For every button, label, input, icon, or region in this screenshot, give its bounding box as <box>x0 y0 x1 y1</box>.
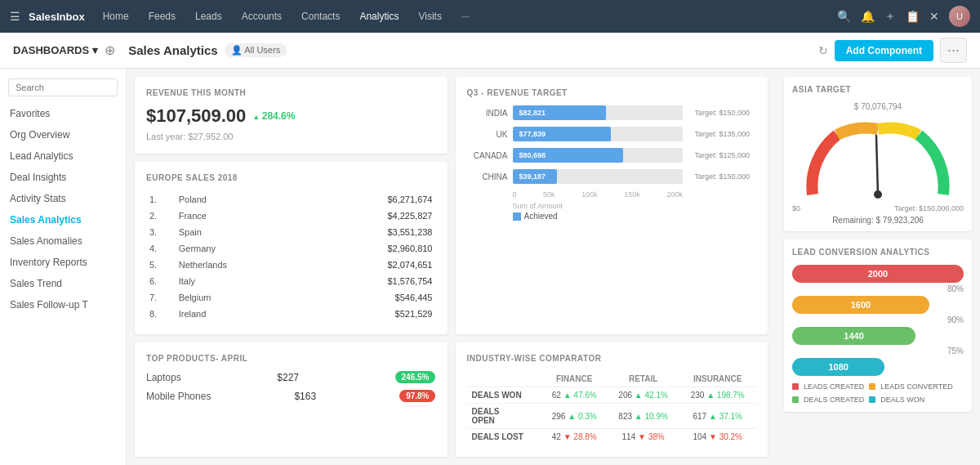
table-row: 5.Netherlands$2,074,651 <box>148 257 434 272</box>
bar-row-canada: CANADA $80,698 Target: $125,000 <box>467 148 684 163</box>
table-row: 6.Italy$1,576,754 <box>148 274 434 288</box>
more-options-btn[interactable]: ··· <box>940 38 967 63</box>
legend-leads-converted-color <box>869 383 875 390</box>
achieved-legend-color <box>513 212 521 221</box>
users-badge: 👤 All Users <box>225 43 287 57</box>
top-products-card-title: TOP PRODUCTS- APRIL <box>146 354 436 363</box>
page-title: Sales Analytics <box>128 43 218 57</box>
q3-axis: 050k100k150k200k <box>467 190 757 199</box>
bar-row-china: CHINA $39,187 Target: $150,000 <box>467 169 684 184</box>
legend-deals-created-color <box>792 396 799 403</box>
main-layout: Favorites Org Overview Lead Analytics De… <box>0 69 980 465</box>
product-badge-mobile: 97.8% <box>399 390 435 402</box>
lead-conversion-card: LEAD CONVERSION ANALYTICS 2000 80% 1600 … <box>784 239 972 412</box>
industry-table-header: FINANCE RETAIL INSURANCE <box>467 371 757 387</box>
gauge-labels: $0 Target: $150,000,000 <box>792 204 964 212</box>
lead-bar-row-4: 1080 <box>792 358 964 376</box>
bar-row-india: INDIA $82,821 Target: $150,000 <box>467 105 684 120</box>
nav-item-analytics[interactable]: Analytics <box>351 7 407 25</box>
subheader-actions: ↻ Add Component ··· <box>818 38 967 63</box>
europe-card: EUROPE SALES 2018 1.Poland$6,271,674 2.F… <box>135 162 448 335</box>
product-row-mobile: Mobile Phones $163 97.8% <box>146 390 436 402</box>
right-panel: ASIA TARGET $ 70,076,794 <box>776 69 980 465</box>
lead-bar-row-3: 1440 75% <box>792 327 964 355</box>
lead-legend: LEADS CREATED LEADS CONVERTED DEALS CREA… <box>792 382 964 404</box>
users-badge-icon: 👤 <box>231 45 244 55</box>
nav-item-feeds[interactable]: Feeds <box>140 7 184 25</box>
revenue-last-year: Last year: $27,952.00 <box>146 132 436 141</box>
subheader: DASHBOARDS ▾ ⊕ Sales Analytics 👤 All Use… <box>0 33 980 69</box>
gauge-remaining: Remaining: $ 79,923,206 <box>832 216 924 225</box>
notification-icon[interactable]: 🔔 <box>861 10 875 23</box>
nav-item-home[interactable]: Home <box>95 7 137 25</box>
industry-table: FINANCE RETAIL INSURANCE DEALS WON 62 ▲ … <box>467 371 757 445</box>
q3-bars: INDIA $82,821 Target: $150,000 UK $77,83… <box>467 105 757 184</box>
nav-item-more[interactable]: ··· <box>453 7 478 25</box>
svg-point-1 <box>874 190 882 199</box>
nav-item-visits[interactable]: Visits <box>410 7 449 25</box>
revenue-card-title: REVENUE THIS MONTH <box>146 88 436 97</box>
sidebar-item-inventory-reports[interactable]: Inventory Reports <box>0 252 126 273</box>
product-badge-laptops: 246.5% <box>395 371 436 383</box>
plus-icon[interactable]: ＋ <box>884 9 896 24</box>
svg-line-0 <box>876 136 878 194</box>
bar-row-uk: UK $77,839 Target: $135,000 <box>467 127 684 141</box>
top-products-card: TOP PRODUCTS- APRIL Laptops $227 246.5% … <box>135 342 448 457</box>
nav-icons: 🔍 🔔 ＋ 📋 ✕ U <box>837 6 970 27</box>
sidebar-item-sales-followup[interactable]: Sales Follow-up T <box>0 294 126 315</box>
sidebar-item-lead-analytics[interactable]: Lead Analytics <box>0 145 126 167</box>
table-row: 8.Ireland$521,529 <box>148 306 434 321</box>
table-row: DEALS LOST 42 ▼ 28.8% 114 ▼ 38% 104 ▼ 30… <box>467 429 757 445</box>
search-input[interactable] <box>8 78 118 96</box>
content-area: REVENUE THIS MONTH $107,509.00 284.6% La… <box>127 69 776 465</box>
table-row: 4.Germany$2,960,810 <box>148 241 434 256</box>
q3-card-title: Q3 - REVENUE TARGET <box>467 88 757 97</box>
revenue-amount: $107,509.00 284.6% <box>146 105 436 127</box>
legend-leads-created-color <box>792 383 799 390</box>
q3-card: Q3 - REVENUE TARGET INDIA $82,821 Target… <box>456 77 768 334</box>
asia-gauge-top-value: $ 70,076,794 <box>792 102 964 111</box>
chevron-down-icon: ▾ <box>92 44 98 56</box>
table-row: 1.Poland$6,271,674 <box>148 192 434 207</box>
industry-card: INDUSTRY-WISE COMPARATOR FINANCE RETAIL … <box>456 342 768 457</box>
add-dashboard-btn[interactable]: ⊕ <box>105 42 115 58</box>
revenue-change: 284.6% <box>252 110 295 122</box>
lead-conv-title: LEAD CONVERSION ANALYTICS <box>792 248 964 257</box>
q3-legend: Sum of Amount <box>467 202 757 210</box>
add-component-button[interactable]: Add Component <box>835 40 933 61</box>
europe-table: 1.Poland$6,271,674 2.France$4,225,827 3.… <box>146 190 436 323</box>
sidebar-item-favorites[interactable]: Favorites <box>0 103 126 124</box>
compose-icon[interactable]: 📋 <box>906 10 920 23</box>
search-nav-icon[interactable]: 🔍 <box>837 10 851 23</box>
brand-label: SalesInbox <box>29 11 85 23</box>
table-row: 2.France$4,225,827 <box>148 208 434 223</box>
nav-item-accounts[interactable]: Accounts <box>234 7 290 25</box>
europe-card-title: EUROPE SALES 2018 <box>146 173 436 182</box>
lead-bar-row-1: 2000 80% <box>792 265 964 293</box>
legend-deals-won-color <box>869 396 875 403</box>
sidebar-item-activity-stats[interactable]: Activity Stats <box>0 188 126 209</box>
nav-item-contacts[interactable]: Contacts <box>293 7 348 25</box>
sidebar-item-sales-anomalies[interactable]: Sales Anomalies <box>0 230 126 252</box>
nav-item-leads[interactable]: Leads <box>187 7 230 25</box>
sidebar-item-sales-trend[interactable]: Sales Trend <box>0 273 126 294</box>
sidebar-item-sales-analytics[interactable]: Sales Analytics <box>0 209 126 230</box>
q3-achieved-legend: Achieved <box>467 212 757 221</box>
settings-icon[interactable]: ✕ <box>929 10 939 23</box>
product-row-laptops: Laptops $227 246.5% <box>146 371 436 383</box>
gauge-container: $0 Target: $150,000,000 Remaining: $ 79,… <box>792 113 964 225</box>
table-row: DEALS WON 62 ▲ 47.6% 206 ▲ 42.1% 230 ▲ 1… <box>467 387 757 404</box>
avatar[interactable]: U <box>949 6 970 27</box>
sidebar: Favorites Org Overview Lead Analytics De… <box>0 69 127 465</box>
sidebar-item-org-overview[interactable]: Org Overview <box>0 124 126 145</box>
table-row: 3.Spain$3,551,238 <box>148 225 434 239</box>
lead-bar-row-2: 1600 90% <box>792 296 964 324</box>
gauge-svg <box>796 113 960 203</box>
asia-card: ASIA TARGET $ 70,076,794 <box>784 77 972 231</box>
sidebar-item-deal-insights[interactable]: Deal Insights <box>0 167 126 188</box>
industry-card-title: INDUSTRY-WISE COMPARATOR <box>467 354 757 363</box>
dashboards-dropdown-btn[interactable]: DASHBOARDS ▾ <box>13 44 98 56</box>
revenue-card: REVENUE THIS MONTH $107,509.00 284.6% La… <box>135 77 448 154</box>
hamburger-icon[interactable]: ☰ <box>10 10 20 23</box>
refresh-icon[interactable]: ↻ <box>818 44 828 57</box>
